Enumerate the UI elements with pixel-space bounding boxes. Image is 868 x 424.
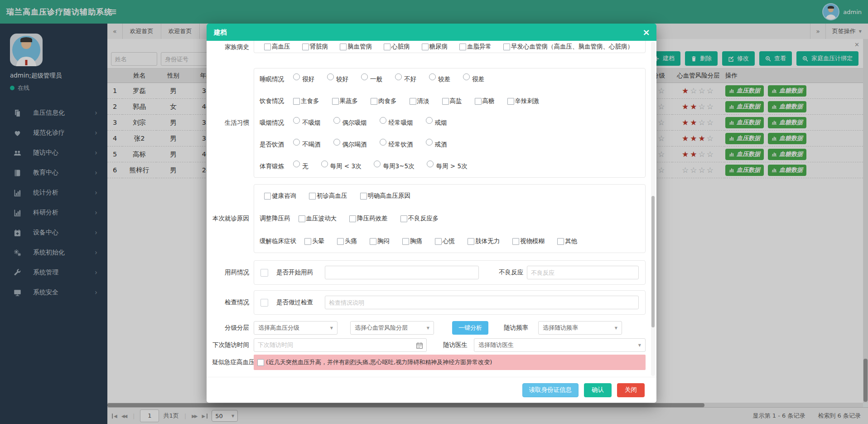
checkbox-option[interactable]: 初诊高血压 [309,192,347,200]
radio-option[interactable]: 偶尔吸烟 [333,119,367,127]
confirm-button[interactable]: 确认 [584,383,612,397]
radio-option[interactable]: 很差 [463,75,484,83]
checkbox-option[interactable]: 血脂异常 [459,43,492,51]
close-button[interactable]: 关闭 [617,383,645,397]
option-row-label: 饮食情况 [260,97,286,105]
checkbox-option[interactable]: 血压波动大 [299,214,337,223]
examination-done-label: 是否做过检查 [276,298,313,307]
checkbox-option[interactable]: 高血压 [264,43,290,51]
checkbox-option[interactable]: 胸闷 [370,237,390,245]
examination-input[interactable] [325,296,639,309]
radio-option[interactable]: 无 [293,162,309,171]
checkbox-option[interactable]: 头痛 [337,237,357,245]
checkbox-option[interactable]: 肾脏病 [302,43,328,51]
radio-option[interactable]: 偶尔喝酒 [333,141,367,149]
checkbox-option[interactable]: 心脏病 [384,43,410,51]
option-label: 心脏病 [391,43,410,51]
option-label: 很差 [472,75,484,83]
read-id-card-button[interactable]: 读取身份证信息 [522,383,579,397]
option-label: 无 [302,162,309,171]
radio-option[interactable]: 经常饮酒 [380,141,413,149]
radio [463,73,470,80]
radio [333,117,340,124]
radio-option[interactable]: 较差 [429,75,450,83]
emergency-checkbox[interactable] [257,359,264,366]
checkbox-option[interactable]: 视物模糊 [512,237,545,245]
one-click-analyze-button[interactable]: 一键分析 [452,321,488,335]
checkbox-option[interactable]: 高糖 [475,97,495,105]
checkbox-option[interactable]: 辛辣刺激 [507,97,540,105]
checkbox-option[interactable]: 不良反应多 [400,214,439,223]
checkbox [304,238,311,245]
examination-box: 是否做过检查 [254,290,646,315]
radio-option[interactable]: 不喝酒 [293,141,321,149]
emergency-text: (近几天突然血压升高，并伴有剧烈头痛,恶心呕吐,视力障碍和精神及神经方面异常改变… [266,358,492,366]
option-label: 较好 [336,75,348,83]
checkbox-option[interactable]: 胸痛 [402,237,422,245]
checkbox-option[interactable]: 肉食多 [371,97,397,105]
next-visit-controls: 下次随访时间 随访医生 选择随访医生▼ [254,338,646,352]
adverse-reaction-label: 不良反应 [499,268,523,277]
option-label: 较差 [438,75,450,83]
modal-close-icon[interactable]: × [642,28,650,37]
medication-input[interactable] [325,266,479,279]
examination-done-checkbox[interactable] [260,299,268,307]
option-label: 不良反应多 [408,214,439,223]
cv-risk-value: 选择心血管风险分层 [355,324,408,332]
checkbox-option[interactable]: 其他 [557,237,577,245]
option-group: 不吸烟偶尔吸烟经常吸烟戒烟 [293,119,447,127]
checkbox [337,238,344,245]
checkbox-option[interactable]: 头晕 [304,237,324,245]
checkbox-option[interactable]: 心慌 [435,237,455,245]
checkbox-option[interactable]: 果蔬多 [332,97,358,105]
radio-option[interactable]: 较好 [327,75,348,83]
radio-option[interactable]: 很好 [293,75,314,83]
app-root: 瑞兰高血压诊疗随访辅助系统 ≡ admin admin;超级管理员 在线 血压信… [0,0,868,424]
grading-label: 分级分层 [212,324,254,332]
option-label: 头晕 [312,237,324,245]
radio [321,161,328,167]
calendar-icon[interactable] [416,342,423,349]
checkbox [402,238,409,245]
checkbox-option[interactable]: 降压药效差 [349,214,388,223]
option-label: 戒酒 [435,141,447,149]
checkbox-option[interactable]: 肢体无力 [468,237,500,245]
option-row: 吸烟情况不吸烟偶尔吸烟经常吸烟戒烟 [254,112,645,134]
checkbox-option[interactable]: 明确高血压原因 [360,192,411,200]
radio-option[interactable]: 经常吸烟 [380,119,413,127]
checkbox-option[interactable]: 早发心血管病（高血压、脑血管病、心脏病） [503,43,633,51]
follow-up-frequency-select[interactable]: 选择随访频率▼ [538,321,622,335]
radio-option[interactable]: 不好 [395,75,416,83]
radio-option[interactable]: 不吸烟 [293,119,321,127]
follow-up-doctor-select[interactable]: 选择随访医生▼ [474,338,646,352]
option-group: 健康咨询初诊高血压明确高血压原因 [264,192,410,200]
lifestyle-label: 生活习惯 [212,119,254,127]
medication-start-checkbox[interactable] [260,269,268,277]
radio-option[interactable]: 一般 [361,75,382,83]
checkbox-option[interactable]: 主食多 [293,97,319,105]
radio-option[interactable]: 每周 > 5次 [427,162,467,171]
checkbox-option[interactable]: 高盐 [442,97,462,105]
next-visit-date-input[interactable]: 下次随访时间 [254,338,427,352]
medication-box: 是否开始用药 不良反应 [254,260,646,285]
option-label: 每周3~5次 [383,162,414,171]
hypertension-grade-select[interactable]: 选择高血压分级▼ [254,321,338,335]
radio-option[interactable]: 戒烟 [426,119,447,127]
option-row-label: 睡眠情况 [260,75,286,83]
checkbox-option[interactable]: 脑血管病 [340,43,372,51]
follow-up-doctor-label: 随访医生 [443,341,468,349]
checkbox [435,238,442,245]
radio-option[interactable]: 每周3~5次 [374,162,414,171]
modal-scrollbar-thumb[interactable] [651,196,655,327]
adverse-reaction-input[interactable] [527,266,639,279]
radio-option[interactable]: 每周 < 3次 [321,162,362,171]
checkbox-option[interactable]: 糖尿病 [422,43,448,51]
option-group: 血压波动大降压药效差不良反应多 [299,214,439,223]
checkbox-option[interactable]: 清淡 [410,97,429,105]
option-label: 高血压 [272,43,290,51]
option-row: 缓解临床症状头晕头痛胸闷胸痛心慌肢体无力视物模糊其他 [254,230,645,253]
cv-risk-select[interactable]: 选择心血管风险分层▼ [350,321,434,335]
radio [374,161,381,167]
checkbox-option[interactable]: 健康咨询 [264,192,296,200]
radio-option[interactable]: 戒酒 [426,141,447,149]
